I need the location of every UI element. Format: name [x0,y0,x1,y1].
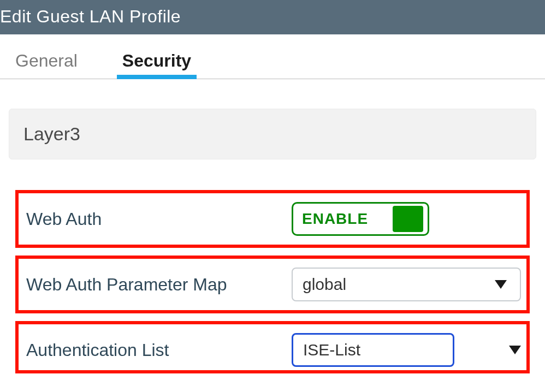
chevron-down-icon [495,280,507,289]
section-layer3-header: Layer3 [9,109,536,159]
param-map-select[interactable]: global [292,268,521,301]
field-web-auth: Web Auth ENABLE [15,190,530,248]
toggle-knob-icon [393,206,423,232]
web-auth-toggle[interactable]: ENABLE [292,202,429,236]
field-authentication-list: Authentication List ISE-List [15,321,530,373]
toggle-state-label: ENABLE [302,210,368,228]
field-web-auth-param-map: Web Auth Parameter Map global [15,256,530,313]
tab-bar: General Security [0,34,545,79]
auth-list-select-wrapper: ISE-List [292,333,521,367]
param-map-value: global [303,275,346,294]
web-auth-label: Web Auth [24,209,292,229]
form-fields: Web Auth ENABLE Web Auth Parameter Map g… [0,190,545,373]
auth-list-value: ISE-List [303,341,360,359]
auth-list-select[interactable]: ISE-List [292,333,454,367]
auth-list-label: Authentication List [24,340,292,360]
tab-security[interactable]: Security [119,51,194,79]
chevron-down-icon[interactable] [509,346,521,354]
param-map-label: Web Auth Parameter Map [24,275,292,295]
dialog-title: Edit Guest LAN Profile [0,0,545,34]
tab-general[interactable]: General [12,51,81,79]
